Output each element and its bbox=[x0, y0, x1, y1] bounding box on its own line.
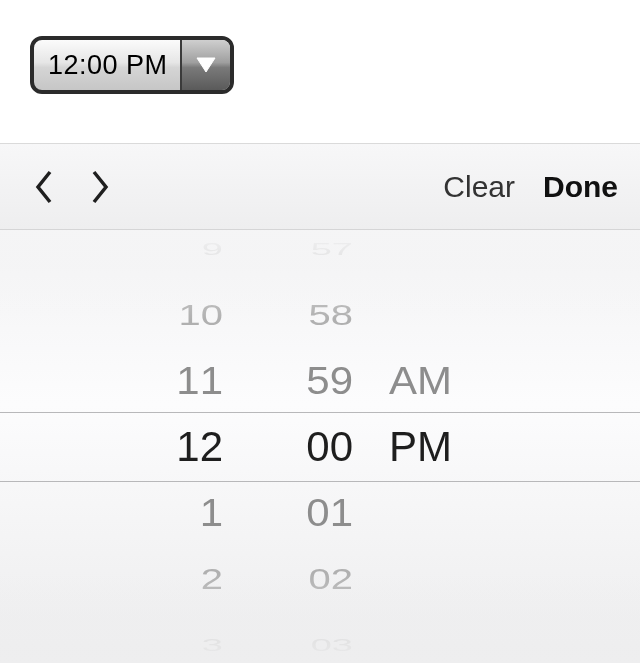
chevron-left-icon bbox=[33, 169, 55, 205]
ampm-spacer bbox=[389, 482, 515, 543]
ampm-spacer bbox=[389, 555, 515, 603]
done-button[interactable]: Done bbox=[543, 170, 618, 204]
minute-option-selected[interactable]: 00 bbox=[255, 414, 353, 480]
hour-wheel[interactable]: 8 9 10 11 12 1 2 3 4 bbox=[125, 230, 255, 663]
time-dropdown-value: 12:00 PM bbox=[34, 40, 180, 90]
hour-option[interactable]: 3 bbox=[125, 630, 223, 660]
hour-option[interactable]: 1 bbox=[125, 482, 223, 543]
ampm-spacer bbox=[389, 234, 515, 264]
minute-option[interactable]: 03 bbox=[255, 630, 353, 660]
minute-option[interactable]: 57 bbox=[255, 234, 353, 264]
minute-option[interactable]: 58 bbox=[255, 291, 353, 339]
hour-option-selected[interactable]: 12 bbox=[125, 414, 223, 480]
clear-button[interactable]: Clear bbox=[443, 170, 515, 204]
next-field-button[interactable] bbox=[78, 165, 122, 209]
wheels: 8 9 10 11 12 1 2 3 4 56 57 58 59 00 bbox=[0, 230, 640, 663]
triangle-down-icon bbox=[196, 57, 216, 73]
minute-wheel[interactable]: 56 57 58 59 00 01 02 03 04 bbox=[255, 230, 385, 663]
prev-field-button[interactable] bbox=[22, 165, 66, 209]
hour-option[interactable]: 10 bbox=[125, 291, 223, 339]
wheel-area: 8 9 10 11 12 1 2 3 4 56 57 58 59 00 bbox=[0, 230, 640, 663]
ampm-option[interactable]: AM bbox=[389, 350, 515, 411]
svg-marker-0 bbox=[197, 58, 215, 72]
hour-option[interactable]: 9 bbox=[125, 234, 223, 264]
ampm-spacer bbox=[389, 291, 515, 339]
minute-option[interactable]: 59 bbox=[255, 350, 353, 411]
ampm-wheel[interactable]: AM PM bbox=[385, 230, 515, 663]
minute-option[interactable]: 02 bbox=[255, 555, 353, 603]
picker-toolbar: Clear Done bbox=[0, 144, 640, 230]
chevron-right-icon bbox=[89, 169, 111, 205]
picker-panel: Clear Done 8 9 10 11 12 1 2 3 4 56 bbox=[0, 143, 640, 663]
ampm-spacer bbox=[389, 630, 515, 660]
ampm-option-selected[interactable]: PM bbox=[389, 414, 515, 480]
minute-option[interactable]: 01 bbox=[255, 482, 353, 543]
hour-option[interactable]: 2 bbox=[125, 555, 223, 603]
hour-option[interactable]: 11 bbox=[125, 350, 223, 411]
top-area: 12:00 PM bbox=[0, 0, 640, 143]
dropdown-arrow-button[interactable] bbox=[180, 40, 230, 90]
time-dropdown[interactable]: 12:00 PM bbox=[30, 36, 234, 94]
